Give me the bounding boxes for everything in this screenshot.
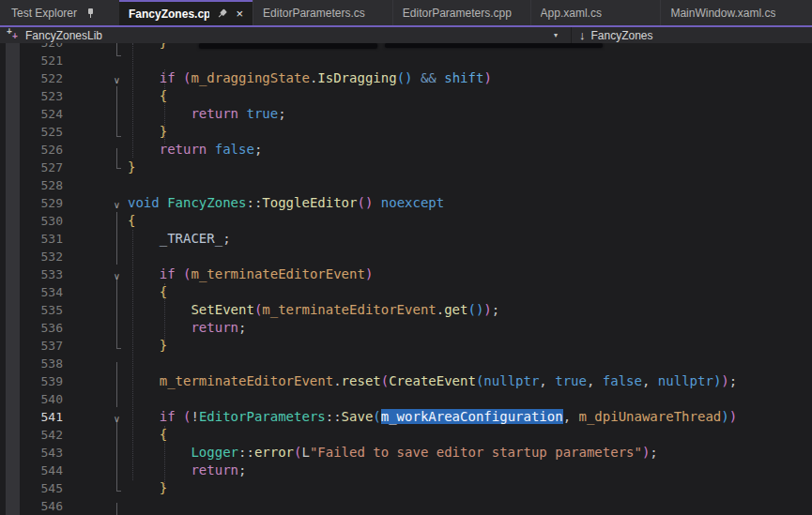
fold-margin xyxy=(63,301,128,319)
code-text: { xyxy=(128,283,167,301)
fold-chevron-icon[interactable]: ∨ xyxy=(114,271,120,281)
fold-chevron-icon[interactable]: ∨ xyxy=(114,75,120,85)
code-text: if (m_terminateEditorEvent) xyxy=(128,265,373,283)
code-line[interactable]: 531 _TRACER_; xyxy=(0,230,812,248)
code-text: return true; xyxy=(128,105,286,123)
code-text: return; xyxy=(128,462,246,479)
fold-margin xyxy=(63,105,128,123)
line-number: 539 xyxy=(0,372,63,390)
code-line[interactable]: 542 { xyxy=(0,426,812,444)
tab-label: FancyZones.cpp xyxy=(129,8,209,21)
project-dropdown[interactable]: ++ FancyZonesLib ▾ xyxy=(0,27,571,43)
member-dropdown[interactable]: ↓ FancyZones xyxy=(572,27,653,43)
line-number: 533 xyxy=(0,265,63,283)
cpp-project-icon: ++ xyxy=(7,29,20,41)
code-text: m_terminateEditorEvent.reset(CreateEvent… xyxy=(128,372,737,390)
member-dropdown-label: FancyZones xyxy=(591,29,653,42)
tab-editorparameters-cs[interactable]: EditorParameters.cs xyxy=(253,0,392,25)
code-line[interactable]: 533∨ if (m_terminateEditorEvent) xyxy=(0,265,812,283)
line-number: 540 xyxy=(0,390,63,408)
code-line[interactable]: 544 return; xyxy=(0,462,812,479)
fold-margin xyxy=(63,337,128,355)
code-line[interactable]: 541∨ if (!EditorParameters::Save(m_workA… xyxy=(0,408,812,426)
line-number: 543 xyxy=(0,444,63,462)
fold-margin: ∨ xyxy=(63,194,128,212)
fold-margin xyxy=(63,319,128,337)
line-number: 531 xyxy=(0,230,63,248)
fold-margin: ∨ xyxy=(63,265,128,283)
visual-studio-window: Test Explorer FancyZones.cpp × EditorPar… xyxy=(0,0,812,515)
fold-margin: ∨ xyxy=(63,69,128,87)
code-editor[interactable]: 520 }521522∨ if (m_draggingState.IsDragg… xyxy=(0,43,812,515)
line-number: 525 xyxy=(0,123,63,141)
code-line[interactable]: 539 m_terminateEditorEvent.reset(CreateE… xyxy=(0,372,812,390)
tab-fancyzones-cpp[interactable]: FancyZones.cpp × xyxy=(119,0,253,25)
line-number: 542 xyxy=(0,426,63,444)
fold-margin xyxy=(63,426,128,444)
line-number: 545 xyxy=(0,479,63,497)
fold-margin: ∨ xyxy=(63,408,128,426)
code-text: } xyxy=(128,337,167,355)
selected-token: m_workAreaConfiguration xyxy=(381,409,563,424)
code-line[interactable]: 536 return; xyxy=(0,319,812,337)
fold-margin xyxy=(63,479,128,497)
tab-label: MainWindow.xaml.cs xyxy=(670,7,775,20)
tool-tab-label: Test Explorer xyxy=(11,7,77,20)
code-line[interactable]: 529∨void FancyZones::ToggleEditor() noex… xyxy=(0,194,812,212)
pin-icon[interactable] xyxy=(86,8,96,19)
code-line[interactable]: 520 } xyxy=(0,43,812,52)
code-line[interactable]: 528 xyxy=(0,176,812,194)
pin-icon[interactable] xyxy=(216,7,231,22)
code-text: if (m_draggingState.IsDragging() && shif… xyxy=(128,69,492,87)
code-line[interactable]: 526 return false; xyxy=(0,141,812,159)
code-line[interactable]: 538 xyxy=(0,355,812,372)
line-number: 538 xyxy=(0,355,63,372)
close-icon[interactable]: × xyxy=(236,8,243,20)
code-line[interactable]: 532 xyxy=(0,248,812,265)
code-line[interactable]: 525 } xyxy=(0,123,812,141)
fold-margin xyxy=(63,87,128,105)
code-text: return; xyxy=(128,319,246,337)
fold-margin xyxy=(63,43,128,52)
code-text: if (!EditorParameters::Save(m_workAreaCo… xyxy=(128,408,737,426)
tab-editorparameters-cpp[interactable]: EditorParameters.cpp xyxy=(392,0,530,25)
tab-mainwindow-xaml-cs[interactable]: MainWindow.xaml.cs xyxy=(660,0,812,25)
code-line[interactable]: 534 { xyxy=(0,283,812,301)
code-line[interactable]: 543 Logger::error(L"Failed to save edito… xyxy=(0,444,812,462)
chevron-down-icon: ▾ xyxy=(554,31,558,39)
code-text: } xyxy=(128,159,135,176)
code-text: Logger::error(L"Failed to save editor st… xyxy=(128,444,658,462)
line-number: 537 xyxy=(0,337,63,355)
line-number: 535 xyxy=(0,301,63,319)
tab-label: App.xaml.cs xyxy=(541,7,602,20)
code-text: _TRACER_; xyxy=(128,230,231,248)
tab-bar: Test Explorer FancyZones.cpp × EditorPar… xyxy=(0,0,812,25)
tab-label: EditorParameters.cpp xyxy=(403,7,512,20)
code-line[interactable]: 546 xyxy=(0,497,812,515)
fold-chevron-icon[interactable]: ∨ xyxy=(114,414,120,424)
code-line[interactable]: 523 { xyxy=(0,87,812,105)
code-line[interactable]: 540 xyxy=(0,390,812,408)
line-number: 529 xyxy=(0,194,63,212)
fold-chevron-icon[interactable]: ∨ xyxy=(114,200,120,210)
code-text: void FancyZones::ToggleEditor() noexcept xyxy=(128,194,444,212)
line-number: 534 xyxy=(0,283,63,301)
fold-margin xyxy=(63,123,128,141)
code-line[interactable]: 535 SetEvent(m_terminateEditorEvent.get(… xyxy=(0,301,812,319)
line-number: 524 xyxy=(0,105,63,123)
fold-margin xyxy=(63,462,128,479)
code-line[interactable]: 521 xyxy=(0,52,812,69)
code-line[interactable]: 522∨ if (m_draggingState.IsDragging() &&… xyxy=(0,69,812,87)
code-line[interactable]: 524 return true; xyxy=(0,105,812,123)
code-line[interactable]: 537 } xyxy=(0,337,812,355)
line-number: 527 xyxy=(0,159,63,176)
line-number: 530 xyxy=(0,212,63,230)
tab-app-xaml-cs[interactable]: App.xaml.cs xyxy=(530,0,661,25)
code-line[interactable]: 530{ xyxy=(0,212,812,230)
code-line[interactable]: 527} xyxy=(0,159,812,176)
fold-margin xyxy=(63,444,128,462)
code-line[interactable]: 545 } xyxy=(0,479,812,497)
tool-tab-test-explorer[interactable]: Test Explorer xyxy=(0,0,104,25)
line-number: 521 xyxy=(0,52,63,69)
code-text: { xyxy=(128,87,167,105)
